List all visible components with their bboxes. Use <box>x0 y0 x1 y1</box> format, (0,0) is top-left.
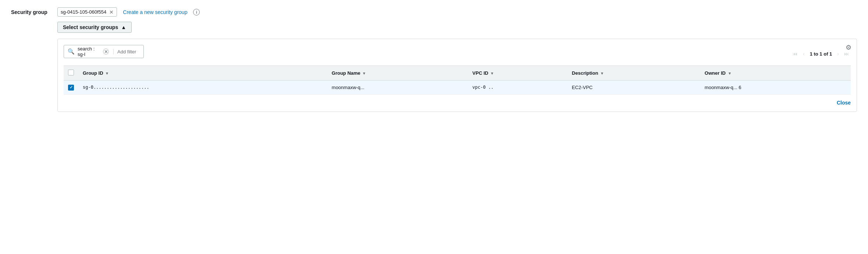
gear-icon: ⚙ <box>846 44 851 51</box>
vpc-id-header[interactable]: VPC ID ▾ <box>468 66 568 81</box>
chevron-up-icon: ▲ <box>121 24 126 30</box>
info-icon[interactable]: i <box>193 9 200 15</box>
row-checkbox-cell[interactable] <box>64 81 78 95</box>
row-group-id: sg-0..................... <box>78 81 327 95</box>
selected-security-group-tag: sg-0415-105-060f554 ✕ <box>57 7 117 17</box>
security-groups-table: Group ID ▾ Group Name ▾ VPC ID ▾ Descrip… <box>64 66 851 95</box>
group-name-sort-icon: ▾ <box>363 71 365 75</box>
filter-bar: 🔍 search : sg-l ✕ Add filter <box>64 45 144 58</box>
vpc-id-sort-icon: ▾ <box>491 71 493 75</box>
select-all-header[interactable] <box>64 66 78 81</box>
search-value: search : sg-l <box>78 46 100 57</box>
description-sort-icon: ▾ <box>601 71 603 75</box>
group-name-header[interactable]: Group Name ▾ <box>327 66 468 81</box>
security-groups-panel: ⚙ 🔍 search : sg-l ✕ Add filter ⏮ ‹ 1 to … <box>57 39 857 112</box>
row-checkbox[interactable] <box>68 85 74 91</box>
add-filter-label[interactable]: Add filter <box>113 49 140 54</box>
owner-id-sort-icon: ▾ <box>729 71 731 75</box>
prev-page-button[interactable]: ‹ <box>801 50 806 57</box>
select-all-checkbox[interactable] <box>68 70 74 75</box>
row-owner-id: moonmaxw-q... 6 <box>700 81 851 95</box>
description-header[interactable]: Description ▾ <box>568 66 700 81</box>
owner-id-header[interactable]: Owner ID ▾ <box>700 66 851 81</box>
first-page-button[interactable]: ⏮ <box>791 50 799 57</box>
remove-tag-button[interactable]: ✕ <box>109 10 114 15</box>
group-id-header[interactable]: Group ID ▾ <box>78 66 327 81</box>
close-row: Close <box>64 100 851 106</box>
table-header-row: Group ID ▾ Group Name ▾ VPC ID ▾ Descrip… <box>64 66 851 81</box>
row-group-name: moonmaxw-q... <box>327 81 468 95</box>
clear-search-button[interactable]: ✕ <box>103 49 109 54</box>
gear-settings-button[interactable]: ⚙ <box>846 43 851 52</box>
group-id-sort-icon: ▾ <box>106 71 108 75</box>
pagination: ⏮ ‹ 1 to 1 of 1 › ⏭ <box>791 50 851 57</box>
table-row[interactable]: sg-0.....................moonmaxw-q...vp… <box>64 81 851 95</box>
row-description: EC2-VPC <box>568 81 700 95</box>
row-vpc-id: vpc-0 .. <box>468 81 568 95</box>
pagination-info: 1 to 1 of 1 <box>810 51 832 57</box>
select-button-label: Select security groups <box>63 24 118 30</box>
next-page-button[interactable]: › <box>836 50 840 57</box>
tag-value: sg-0415-105-060f554 <box>61 9 106 15</box>
create-security-group-link[interactable]: Create a new security group <box>123 9 187 15</box>
close-button[interactable]: Close <box>837 100 851 106</box>
search-icon: 🔍 <box>68 48 75 55</box>
select-security-groups-button[interactable]: Select security groups ▲ <box>57 22 132 33</box>
security-group-label: Security group <box>11 9 51 15</box>
filter-row: 🔍 search : sg-l ✕ Add filter ⏮ ‹ 1 to 1 … <box>64 45 851 63</box>
